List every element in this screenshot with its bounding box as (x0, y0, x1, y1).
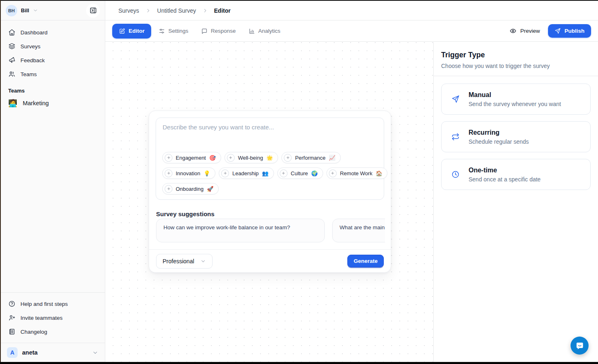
chip-emoji: 💡 (204, 171, 210, 176)
chip-emoji: 🎯 (209, 155, 216, 161)
chip-row: Onboarding 🚀 (162, 183, 379, 194)
topic-chip-leadership[interactable]: Leadership 👥 (219, 167, 274, 179)
chip-emoji: 🚀 (207, 186, 213, 192)
trigger-option-one-time[interactable]: One-time Send once at a specific date (441, 159, 591, 190)
chip-emoji: 🌍 (311, 171, 318, 176)
chip-emoji: 🌟 (266, 155, 273, 161)
tone-value: Professional (163, 258, 194, 265)
tab-analytics[interactable]: Analytics (243, 24, 286, 38)
send-icon (451, 95, 460, 103)
plus-icon (165, 170, 172, 177)
plus-icon (165, 154, 172, 162)
pencil-square-icon (119, 28, 125, 34)
tab-settings[interactable]: Settings (153, 24, 194, 38)
workspace-switcher[interactable]: BH Bill (1, 1, 105, 20)
chip-row: Engagement 🎯 Well-being 🌟 Performance 📈 (162, 152, 379, 163)
breadcrumb-surveys[interactable]: Surveys (118, 7, 139, 14)
topic-chip-innovation[interactable]: Innovation 💡 (162, 167, 215, 179)
sidebar-item-label: Dashboard (20, 29, 48, 36)
sidebar-item-changelog[interactable]: Changelog (4, 325, 102, 339)
chip-label: Culture (291, 170, 308, 176)
plus-icon (227, 154, 235, 162)
sidebar-item-surveys[interactable]: Surveys (4, 39, 102, 53)
sidebar-team-marketing[interactable]: 🧑‍💻 Marketing (1, 97, 105, 109)
app-window: BH Bill Dashboard Surveys Feedback (0, 0, 598, 364)
publish-label: Publish (564, 28, 584, 34)
preview-button[interactable]: Preview (510, 27, 540, 34)
suggestion-card[interactable]: What are the main ob (332, 219, 385, 242)
window-edge-left (0, 0, 1, 364)
chat-smile-icon (575, 341, 584, 350)
panel-title: Trigger Type (441, 51, 591, 59)
sidebar-item-dashboard[interactable]: Dashboard (4, 25, 102, 39)
tab-label: Settings (168, 28, 188, 34)
sidebar-item-teams[interactable]: Teams (4, 67, 102, 81)
generate-button[interactable]: Generate (347, 255, 384, 267)
topic-chip-engagement[interactable]: Engagement 🎯 (162, 152, 221, 163)
publish-button[interactable]: Publish (548, 24, 591, 38)
window-edge-top (0, 0, 598, 1)
megaphone-icon (8, 57, 16, 64)
sidebar-item-label: Invite teammates (20, 315, 63, 321)
tab-editor[interactable]: Editor (112, 24, 151, 38)
topic-chip-culture[interactable]: Culture 🌍 (277, 167, 323, 179)
workspace-name: Bill (21, 7, 29, 14)
team-emoji: 🧑‍💻 (8, 99, 17, 107)
sidebar-item-label: Surveys (20, 43, 41, 50)
tab-label: Editor (129, 28, 145, 34)
tab-label: Analytics (258, 28, 281, 34)
topic-chip-performance[interactable]: Performance 📈 (281, 152, 341, 163)
topic-chip-wellbeing[interactable]: Well-being 🌟 (224, 152, 278, 163)
sidebar-item-feedback[interactable]: Feedback (4, 53, 102, 67)
trigger-option-recurring[interactable]: Recurring Schedule regular sends (441, 121, 591, 152)
topic-chips: Engagement 🎯 Well-being 🌟 Performance 📈 (162, 152, 379, 194)
chip-label: Innovation (176, 170, 200, 176)
tab-response[interactable]: Response (196, 24, 241, 38)
home-icon (8, 29, 16, 36)
trigger-option-description: Send the survey whenever you want (469, 101, 561, 107)
user-plus-icon (8, 314, 16, 321)
clock-icon (451, 170, 460, 179)
trigger-option-description: Send once at a specific date (469, 176, 541, 183)
suggestions-row: How can we improve work-life balance in … (156, 219, 385, 242)
tone-select[interactable]: Professional (156, 254, 213, 269)
eye-icon (510, 27, 516, 34)
tab-label: Response (211, 28, 236, 34)
sidebar-nav: Dashboard Surveys Feedback Teams (1, 20, 105, 81)
chip-row: Innovation 💡 Leadership 👥 Culture 🌍 (162, 167, 379, 179)
editor-canvas[interactable]: Engagement 🎯 Well-being 🌟 Performance 📈 (105, 42, 433, 362)
suggestion-card[interactable]: How can we improve work-life balance in … (156, 219, 325, 242)
trigger-option-manual[interactable]: Manual Send the survey whenever you want (441, 84, 591, 115)
sidebar-spacer (1, 109, 105, 292)
workspace-avatar: BH (6, 5, 17, 16)
breadcrumb-untitled-survey[interactable]: Untitled Survey (157, 7, 196, 14)
chip-emoji: 📈 (329, 155, 335, 161)
chip-label: Onboarding (176, 186, 204, 192)
sidebar-collapse-button[interactable] (86, 4, 100, 18)
sidebar-item-label: Teams (20, 71, 37, 77)
topic-chip-remote-work[interactable]: Remote Work 🏠 (326, 167, 387, 179)
chevron-down-icon (200, 258, 206, 264)
account-menu[interactable]: A aneta (1, 343, 105, 362)
chat-bubble-icon (201, 28, 208, 34)
survey-generator-card: Engagement 🎯 Well-being 🌟 Performance 📈 (149, 111, 391, 273)
trigger-type-panel: Trigger Type Choose how you want to trig… (433, 42, 598, 362)
trigger-option-text: Manual Send the survey whenever you want (469, 91, 561, 107)
chevron-right-icon (145, 8, 151, 14)
chip-label: Well-being (238, 155, 263, 161)
help-circle-icon (8, 300, 16, 307)
plus-icon (221, 170, 229, 177)
chevron-right-icon (202, 8, 208, 14)
trigger-option-title: Recurring (469, 129, 529, 136)
sidebar-item-invite[interactable]: Invite teammates (4, 311, 102, 325)
topic-chip-onboarding[interactable]: Onboarding 🚀 (162, 183, 219, 194)
chat-launcher-button[interactable] (571, 337, 589, 355)
trigger-options: Manual Send the survey whenever you want… (434, 76, 598, 204)
sidebar-item-help[interactable]: Help and first steps (4, 297, 102, 311)
plus-icon (284, 154, 292, 162)
account-avatar: A (7, 347, 18, 358)
survey-description-input[interactable] (156, 118, 384, 145)
sidebar-item-label: Feedback (20, 57, 45, 63)
chip-emoji: 🏠 (376, 171, 382, 176)
chevron-down-icon (33, 8, 38, 13)
